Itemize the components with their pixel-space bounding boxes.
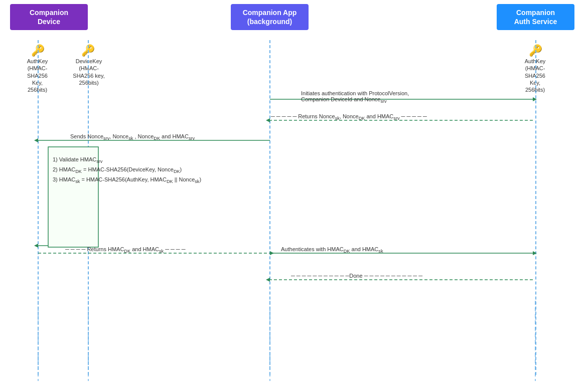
- activation-text: 1) Validate HMACsrv 2) HMACDK = HMAC-SHA…: [53, 155, 243, 185]
- msg3-label: Sends Noncesrv, Noncesk , NonceDK and HM…: [70, 133, 195, 141]
- msg2-label: ─ ─ ─ ─ ─ Returns Noncesk, NonceDK and H…: [271, 113, 427, 121]
- actor-app: Companion App(background): [231, 4, 309, 30]
- lifeline-device-devicekey: [88, 40, 89, 375]
- key-label-device-key: DeviceKey(HMAC-SHA256 key,256bits): [71, 58, 106, 86]
- actor-device: CompanionDevice: [10, 4, 88, 30]
- lifeline-device-authkey: [38, 40, 39, 375]
- msg5-label: Authenticates with HMACDK and HMACsk: [281, 246, 383, 254]
- svg-marker-10: [270, 251, 274, 255]
- msg1-label: Initiates authentication with ProtocolVe…: [301, 90, 502, 104]
- lifeline-auth: [535, 40, 536, 375]
- lifeline-app: [269, 40, 270, 375]
- msg6-label: ─ ─ ─ ─ ─ ─ ─ ─ ─ ─ ─Done ─ ─ ─ ─ ─ ─ ─ …: [291, 273, 422, 279]
- actor-auth: CompanionAuth Service: [497, 4, 574, 30]
- sequence-diagram: CompanionDevice Companion App(background…: [0, 0, 588, 385]
- msg4-label: ─ ─ ─ ─ Returns HMACDK and HMACsk ─ ─ ─ …: [65, 246, 186, 254]
